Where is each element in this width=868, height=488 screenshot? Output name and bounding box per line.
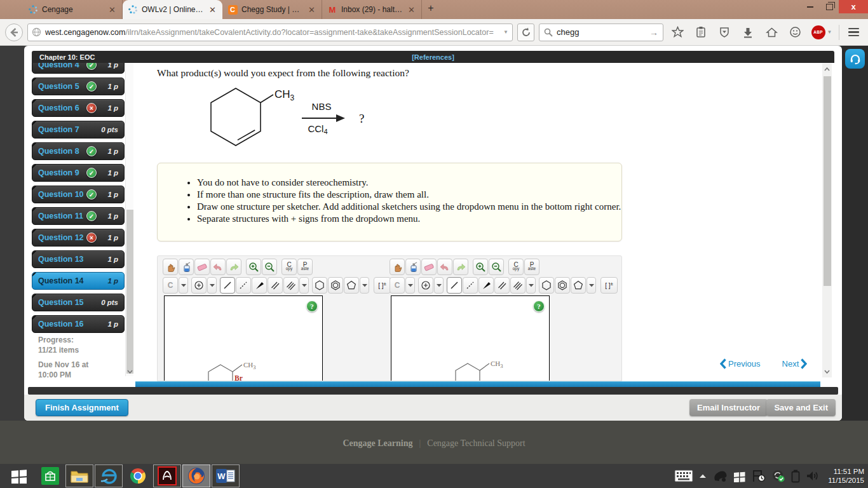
bond-dropdown[interactable] [526, 277, 536, 294]
sidebar-question-item[interactable]: Question 14 1 p [32, 272, 125, 290]
sidebar-question-item[interactable]: Question 10 ✓ 1 p [32, 186, 125, 203]
clean-tool[interactable] [405, 259, 421, 275]
single-bond-tool[interactable] [220, 277, 235, 294]
volume-icon[interactable] [806, 470, 820, 482]
close-button[interactable]: x [839, 0, 868, 13]
redo-tool[interactable] [453, 259, 468, 275]
sidebar-question-item[interactable]: Question 15 0 pts [32, 294, 125, 311]
shield-button[interactable] [715, 23, 734, 42]
adobe-reader-button[interactable] [153, 464, 181, 487]
tab-owlv2-active[interactable]: OWLv2 | Online teaching ... ✕ [123, 0, 222, 19]
touch-keyboard-icon[interactable] [674, 470, 693, 482]
bracket-charge-tool[interactable]: [ ]± [374, 277, 391, 294]
search-bar[interactable]: → [539, 24, 663, 41]
restore-button[interactable] [820, 0, 839, 13]
tab-cengage[interactable]: Cengage ✕ [23, 0, 123, 19]
element-dropdown[interactable] [405, 277, 415, 294]
zoom-out-tool[interactable] [489, 259, 504, 275]
element-tool[interactable]: C [163, 277, 178, 294]
tab-close-icon[interactable]: ✕ [407, 5, 416, 15]
element-dropdown[interactable] [179, 277, 188, 294]
tab-close-icon[interactable]: ✕ [107, 5, 117, 15]
sidebar-question-item[interactable]: Question 5 ✓ 1 p [32, 78, 125, 95]
taskbar-clock[interactable]: 11:51 PM 11/15/2015 [828, 467, 864, 485]
charge-dropdown[interactable] [434, 277, 444, 294]
downloads-button[interactable] [738, 23, 757, 42]
sidebar-question-item[interactable]: Question 9 ✓ 1 p [32, 164, 125, 182]
new-tab-button[interactable]: + [422, 0, 440, 17]
paste-tool[interactable]: Paste [524, 259, 539, 275]
search-go-icon[interactable]: → [649, 27, 658, 37]
back-button[interactable] [5, 24, 23, 41]
bookmark-star-button[interactable] [668, 23, 687, 42]
main-scrollbar[interactable] [822, 64, 832, 377]
adblock-button[interactable]: ABP ▼ [809, 23, 834, 42]
scroll-up-icon[interactable] [822, 65, 832, 74]
hidden-icons-chevron[interactable] [699, 473, 707, 478]
single-bond-tool[interactable] [447, 277, 462, 294]
charge-dropdown[interactable] [207, 277, 217, 294]
file-explorer-button[interactable] [65, 464, 93, 487]
sidebar-scrollbar[interactable] [125, 64, 133, 376]
tab-chegg[interactable]: C Chegg Study | Guided Sol... ✕ [222, 0, 322, 19]
reload-button[interactable] [517, 24, 534, 41]
double-bond-tool[interactable] [494, 277, 510, 294]
pan-hand-tool[interactable] [163, 259, 178, 275]
eraser-tool[interactable] [421, 259, 437, 275]
bond-dropdown[interactable] [299, 277, 309, 294]
charge-tool[interactable] [191, 277, 207, 294]
word-button[interactable]: W [212, 464, 240, 487]
copy-tool[interactable]: Copy [508, 259, 524, 275]
horizontal-scrollbar[interactable] [135, 381, 820, 387]
cengage-learning-link[interactable]: Cengage Learning [342, 438, 412, 448]
undo-tool[interactable] [210, 259, 226, 275]
ring-dropdown[interactable] [360, 277, 369, 294]
sidebar-question-item[interactable]: Question 16 1 p [32, 315, 125, 333]
double-bond-tool[interactable] [268, 277, 283, 294]
cyclohexane-tool[interactable] [539, 277, 554, 294]
tab-close-icon[interactable]: ✕ [307, 5, 316, 15]
wedge-bond-tool[interactable] [252, 277, 267, 294]
bracket-charge-tool[interactable]: [ ]± [600, 277, 618, 294]
clipboard-button[interactable] [691, 23, 710, 42]
internet-explorer-button[interactable] [95, 464, 123, 487]
tab-close-icon[interactable]: ✕ [208, 5, 217, 15]
zoom-in-tool[interactable] [246, 259, 261, 275]
wedge-bond-tool[interactable] [478, 277, 494, 294]
technical-support-link[interactable]: Cengage Technical Support [427, 438, 525, 448]
url-bar[interactable]: west.cengagenow.com/ilrn/takeAssignment/… [27, 24, 513, 41]
sidebar-question-item[interactable]: Question 12 × 1 p [32, 229, 125, 247]
email-instructor-button[interactable]: Email Instructor [689, 399, 768, 416]
support-chat-button[interactable] [845, 49, 865, 69]
chrome-button[interactable] [124, 464, 152, 487]
clean-tool[interactable] [179, 259, 194, 275]
sidebar-question-item[interactable]: Question 13 1 p [32, 250, 125, 268]
save-and-exit-button[interactable]: Save and Exit [766, 399, 836, 416]
zoom-in-tool[interactable] [473, 259, 488, 275]
charge-tool[interactable] [418, 277, 433, 294]
copy-tool[interactable]: Copy [281, 259, 297, 275]
action-center-flag-icon[interactable] [752, 470, 766, 482]
redo-tool[interactable] [226, 259, 241, 275]
sidebar-question-item[interactable]: Question 6 × 1 p [32, 99, 125, 117]
scroll-down-icon[interactable] [822, 367, 832, 376]
benzene-tool[interactable] [328, 277, 343, 294]
dashed-bond-tool[interactable] [236, 277, 251, 294]
help-button[interactable]: ? [306, 301, 318, 312]
cyclohexane-tool[interactable] [312, 277, 327, 294]
sketcher-canvas-2[interactable]: ? CH3 [391, 295, 550, 381]
eraser-tool[interactable] [194, 259, 210, 275]
sketcher-canvas-1[interactable]: ? CH3 Br [164, 295, 323, 381]
windows-store-button[interactable] [36, 464, 64, 487]
sidebar-question-item[interactable]: Question 8 ✓ 1 p [32, 142, 125, 160]
scroll-down-icon[interactable] [126, 367, 134, 376]
tray-app-icon[interactable] [712, 469, 728, 483]
zoom-out-tool[interactable] [262, 259, 277, 275]
battery-icon[interactable] [791, 469, 800, 483]
start-button[interactable] [3, 464, 35, 487]
triple-bond-tool[interactable] [283, 277, 299, 294]
windows-flag-icon[interactable] [733, 470, 746, 482]
search-input[interactable] [557, 27, 646, 37]
sidebar-question-item[interactable]: Question 7 0 pts [32, 121, 125, 139]
ring-dropdown[interactable] [587, 277, 596, 294]
